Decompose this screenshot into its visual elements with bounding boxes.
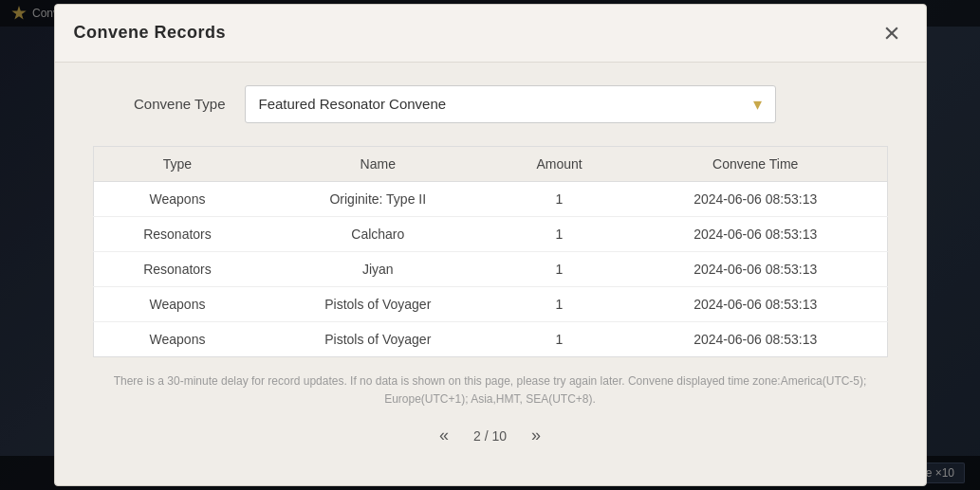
modal-header: Convene Records <box>55 5 926 63</box>
cell-time: 2024-06-06 08:53:13 <box>624 321 887 356</box>
col-name: Name <box>261 146 494 181</box>
cell-amount: 1 <box>494 286 624 321</box>
cell-type: Weapons <box>93 286 261 321</box>
modal-title: Convene Records <box>74 23 227 43</box>
col-type: Type <box>93 146 261 181</box>
table-row: WeaponsPistols of Voyager12024-06-06 08:… <box>93 286 887 321</box>
table-body: WeaponsOriginite: Type II12024-06-06 08:… <box>93 181 887 356</box>
pagination-info: 2 / 10 <box>473 428 507 444</box>
close-icon <box>882 24 901 43</box>
cell-amount: 1 <box>494 321 624 356</box>
modal-overlay: Convene Records Convene Type Featured Re… <box>0 0 980 490</box>
col-time: Convene Time <box>624 146 887 181</box>
cell-time: 2024-06-06 08:53:13 <box>624 216 887 251</box>
pagination: « 2 / 10 » <box>93 424 888 447</box>
next-page-button[interactable]: » <box>526 424 546 447</box>
modal-container: Convene Records Convene Type Featured Re… <box>54 4 927 486</box>
cell-name: Pistols of Voyager <box>261 286 494 321</box>
cell-time: 2024-06-06 08:53:13 <box>624 251 887 286</box>
prev-page-button[interactable]: « <box>434 424 454 447</box>
chevron-down-icon: ▾ <box>753 94 762 115</box>
close-button[interactable] <box>877 18 907 48</box>
cell-name: Jiyan <box>261 251 494 286</box>
cell-amount: 1 <box>494 251 624 286</box>
cell-type: Resonators <box>93 251 261 286</box>
records-table: Type Name Amount Convene Time WeaponsOri… <box>93 146 888 357</box>
table-row: WeaponsOriginite: Type II12024-06-06 08:… <box>93 181 887 216</box>
cell-type: Weapons <box>93 321 261 356</box>
footer-note: There is a 30-minute delay for record up… <box>93 372 888 408</box>
convene-type-value: Featured Resonator Convene <box>259 96 447 112</box>
table-row: ResonatorsJiyan12024-06-06 08:53:13 <box>93 251 887 286</box>
cell-name: Pistols of Voyager <box>261 321 494 356</box>
convene-type-label: Convene Type <box>93 96 226 112</box>
cell-time: 2024-06-06 08:53:13 <box>624 286 887 321</box>
cell-amount: 1 <box>494 181 624 216</box>
cell-time: 2024-06-06 08:53:13 <box>624 181 887 216</box>
table-row: WeaponsPistols of Voyager12024-06-06 08:… <box>93 321 887 356</box>
cell-type: Weapons <box>93 181 261 216</box>
table-row: ResonatorsCalcharo12024-06-06 08:53:13 <box>93 216 887 251</box>
cell-name: Calcharo <box>261 216 494 251</box>
table-header-row: Type Name Amount Convene Time <box>93 146 887 181</box>
cell-amount: 1 <box>494 216 624 251</box>
modal-body: Convene Type Featured Resonator Convene … <box>55 63 926 463</box>
convene-type-dropdown[interactable]: Featured Resonator Convene ▾ <box>245 85 776 123</box>
convene-type-row: Convene Type Featured Resonator Convene … <box>93 85 888 123</box>
table-header: Type Name Amount Convene Time <box>93 146 887 181</box>
cell-type: Resonators <box>93 216 261 251</box>
col-amount: Amount <box>494 146 624 181</box>
cell-name: Originite: Type II <box>261 181 494 216</box>
